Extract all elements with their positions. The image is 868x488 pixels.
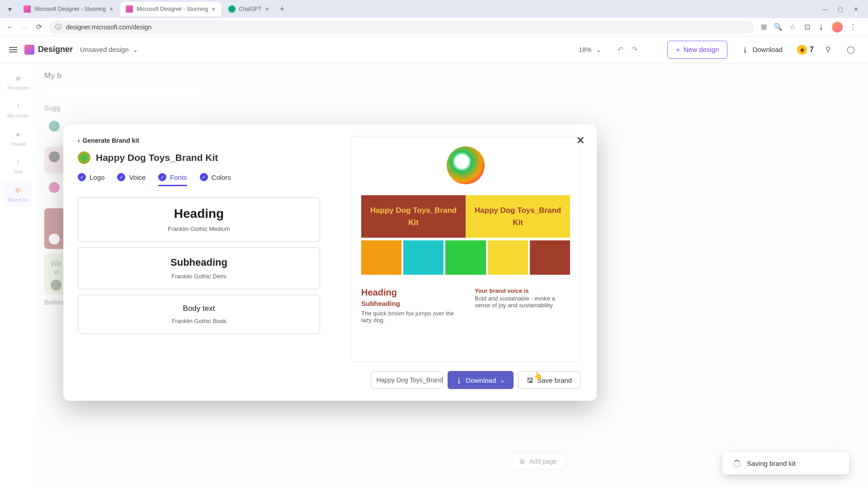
browser-tab-2[interactable]: ChatGPT × (223, 2, 274, 16)
browser-tab-0[interactable]: Microsoft Designer - Stunning × (18, 2, 118, 16)
extensions-icon[interactable]: ⊡ (803, 23, 811, 31)
swatch (488, 240, 528, 275)
credits-indicator[interactable]: ◆ 7 (797, 45, 814, 55)
modal-close-button[interactable]: ✕ (576, 134, 585, 147)
preview-body: The quick brown fox jumps over the lazy … (361, 310, 457, 324)
save-icon: 🖫 (527, 376, 533, 384)
toast-message: Saving brand kit (747, 460, 796, 467)
bookmark-icon[interactable]: ☆ (788, 23, 797, 31)
downloads-icon[interactable]: ⭳ (817, 23, 826, 31)
brand-kit-modal: ‹ Generate Brand kit Happy Dog Toys_Bran… (63, 124, 597, 401)
preview-banner-yellow: Happy Dog Toys_Brand Kit (466, 195, 570, 238)
tab-title: Microsoft Designer - Stunning (137, 6, 208, 12)
window-maximize-icon[interactable]: ▢ (837, 6, 844, 12)
app-brand-label: Designer (38, 45, 73, 54)
download-icon: ⭳ (742, 46, 749, 53)
tab-colors[interactable]: ✓Colors (200, 173, 231, 186)
tab-label: Fonts (170, 174, 187, 181)
save-brand-button[interactable]: 🖫 Save brand (518, 371, 580, 389)
share-icon[interactable]: ⚲ (820, 42, 836, 58)
browser-menu-icon[interactable]: ⋮ (849, 23, 857, 31)
voice-title: Your brand voice is (475, 287, 570, 294)
browser-tab-strip: ▾ Microsoft Designer - Stunning × Micros… (0, 0, 868, 18)
zoom-icon[interactable]: 🔍 (774, 23, 782, 31)
nav-reload-icon[interactable]: ⟳ (34, 23, 43, 32)
favicon-designer-icon (24, 5, 31, 13)
font-name: Franklin Gothic Medium (87, 225, 311, 232)
font-card-body[interactable]: Body text Franklin Gothic Book (78, 295, 320, 334)
tab-label: Logo (90, 174, 104, 181)
tab-label: Voice (129, 174, 146, 181)
font-card-subheading[interactable]: Subheading Franklin Gothic Demi (78, 247, 320, 289)
brand-logo-thumb (78, 151, 90, 164)
tab-title: ChatGPT (239, 6, 262, 12)
window-minimize-icon[interactable]: — (822, 6, 828, 12)
coin-icon: ◆ (797, 45, 807, 55)
plus-icon: + (676, 46, 680, 53)
tab-label: Colors (212, 174, 231, 181)
new-tab-button[interactable]: + (276, 5, 288, 14)
browser-tab-1[interactable]: Microsoft Designer - Stunning × (120, 2, 221, 16)
download-button[interactable]: ⭳ Download (734, 41, 791, 59)
chevron-left-icon: ‹ (78, 137, 80, 144)
app-menu-button[interactable] (9, 46, 17, 54)
tab-voice[interactable]: ✓Voice (117, 173, 146, 186)
tab-close-icon[interactable]: × (265, 5, 269, 13)
credits-count: 7 (810, 46, 814, 54)
zoom-control[interactable]: 18% ⌄ (579, 46, 601, 53)
nav-forward-icon[interactable]: → (20, 23, 29, 32)
font-card-heading[interactable]: Heading Franklin Gothic Medium (78, 197, 320, 242)
voice-body: Bold and sustainable - evoke a sense of … (475, 295, 570, 309)
undo-button[interactable]: ↶ (618, 45, 623, 54)
brand-kit-title: Happy Dog Toys_Brand Kit (96, 152, 218, 163)
tab-fonts[interactable]: ✓Fonts (158, 173, 187, 186)
font-sample: Subheading (87, 257, 311, 268)
design-name-label: Unsaved design (80, 46, 129, 53)
tab-list-prev-icon[interactable]: ▾ (7, 6, 13, 12)
profile-avatar[interactable] (832, 22, 843, 33)
nav-back-icon[interactable]: ← (5, 23, 14, 32)
preview-subheading: Subheading (361, 300, 457, 307)
swatch (361, 240, 401, 275)
tab-title: Microsoft Designer - Stunning (34, 6, 106, 12)
install-app-icon[interactable]: ⊞ (760, 23, 768, 31)
download-label: Download (752, 46, 783, 53)
new-design-label: New design (684, 46, 719, 53)
swatch (403, 240, 443, 275)
download-icon: ⭳ (456, 376, 462, 384)
design-name-dropdown[interactable]: Unsaved design ⌄ (80, 46, 138, 54)
address-bar: ← → ⟳ ⓘ designer.microsoft.com/design ⊞ … (0, 18, 868, 36)
preview-swatches (361, 240, 570, 275)
brand-preview: Happy Dog Toys_Brand Kit Happy Dog Toys_… (351, 136, 580, 362)
preview-banner-red: Happy Dog Toys_Brand Kit (361, 195, 466, 238)
cursor-pointer-icon: 👆 (533, 371, 542, 380)
download-label: Download (466, 376, 496, 384)
designer-logo-icon (24, 45, 34, 55)
swatch (445, 240, 486, 275)
url-text: designer.microsoft.com/design (66, 23, 151, 31)
font-sample: Body text (87, 304, 311, 313)
check-icon: ✓ (158, 173, 166, 181)
tab-logo[interactable]: ✓Logo (78, 173, 104, 186)
app-logo[interactable]: Designer (24, 45, 73, 55)
check-icon: ✓ (78, 173, 86, 181)
brand-name-input[interactable]: Happy Dog Toys_Brand ... (371, 371, 443, 389)
tab-close-icon[interactable]: × (212, 5, 215, 13)
modal-back-button[interactable]: ‹ Generate Brand kit (78, 137, 320, 144)
chevron-down-icon: ⌄ (596, 46, 601, 53)
site-info-icon[interactable]: ⓘ (55, 23, 61, 31)
tab-close-icon[interactable]: × (109, 5, 113, 13)
modal-tab-row: ✓Logo ✓Voice ✓Fonts ✓Colors (78, 173, 320, 186)
user-account-icon[interactable]: ◯ (843, 42, 859, 58)
favicon-chatgpt-icon (228, 5, 236, 13)
favicon-designer-icon (126, 5, 133, 13)
window-close-icon[interactable]: ✕ (853, 6, 859, 12)
check-icon: ✓ (200, 173, 208, 181)
new-design-button[interactable]: + New design (667, 41, 727, 59)
redo-button[interactable]: ↷ (632, 45, 637, 54)
url-input[interactable]: ⓘ designer.microsoft.com/design (49, 20, 754, 34)
font-name: Franklin Gothic Book (87, 318, 311, 324)
zoom-value: 18% (579, 46, 591, 53)
modal-download-button[interactable]: ⭳ Download ⌄ (448, 371, 514, 389)
preview-heading: Heading (361, 287, 457, 298)
